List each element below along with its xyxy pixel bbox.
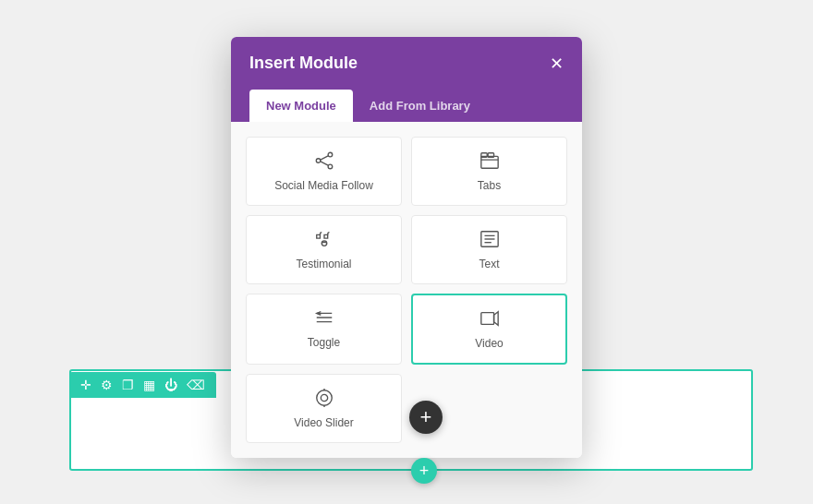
modal-body: Social Media Follow Tabs <box>231 122 582 458</box>
module-item-video[interactable]: Video <box>411 294 567 365</box>
social-media-follow-label: Social Media Follow <box>274 179 373 192</box>
svg-line-3 <box>320 156 327 160</box>
svg-point-1 <box>328 152 333 157</box>
module-item-social-media-follow[interactable]: Social Media Follow <box>246 137 402 206</box>
teal-add-button[interactable]: + <box>411 458 437 484</box>
svg-line-4 <box>320 162 327 165</box>
testimonial-icon <box>314 229 334 252</box>
tabs-label: Tabs <box>478 179 501 192</box>
dark-add-icon: + <box>420 407 432 427</box>
modal-header: Insert Module ✕ <box>231 37 582 90</box>
text-label: Text <box>479 258 499 270</box>
module-item-toggle[interactable]: Toggle <box>246 294 402 365</box>
video-label: Video <box>475 337 503 350</box>
teal-add-icon: + <box>419 462 430 479</box>
modal-title: Insert Module <box>249 54 358 73</box>
social-media-follow-icon <box>314 150 334 174</box>
module-item-video-slider[interactable]: Video Slider <box>246 374 402 443</box>
toggle-icon <box>314 307 334 330</box>
modal-tabs: New Module Add From Library <box>231 90 582 122</box>
module-item-tabs[interactable]: Tabs <box>411 137 567 206</box>
svg-point-0 <box>316 159 321 163</box>
svg-rect-6 <box>480 156 497 168</box>
tab-add-from-library[interactable]: Add From Library <box>353 90 487 122</box>
video-slider-label: Video Slider <box>294 416 354 429</box>
tab-new-module[interactable]: New Module <box>249 90 353 122</box>
text-icon <box>479 229 500 252</box>
video-slider-icon <box>314 388 334 411</box>
dark-add-button[interactable]: + <box>409 401 443 434</box>
modules-grid: Social Media Follow Tabs <box>246 137 567 443</box>
modal-close-button[interactable]: ✕ <box>550 55 564 72</box>
svg-rect-17 <box>480 313 493 325</box>
svg-point-19 <box>316 390 332 406</box>
video-icon <box>479 308 500 331</box>
insert-module-modal: Insert Module ✕ New Module Add From Libr… <box>231 37 582 458</box>
tabs-icon <box>479 150 500 174</box>
modal-overlay: Insert Module ✕ New Module Add From Libr… <box>0 0 813 504</box>
svg-point-20 <box>321 394 327 401</box>
svg-point-2 <box>328 164 333 169</box>
module-item-testimonial[interactable]: Testimonial <box>246 215 402 284</box>
testimonial-label: Testimonial <box>296 258 351 270</box>
toggle-label: Toggle <box>308 336 340 349</box>
module-item-text[interactable]: Text <box>411 215 567 284</box>
